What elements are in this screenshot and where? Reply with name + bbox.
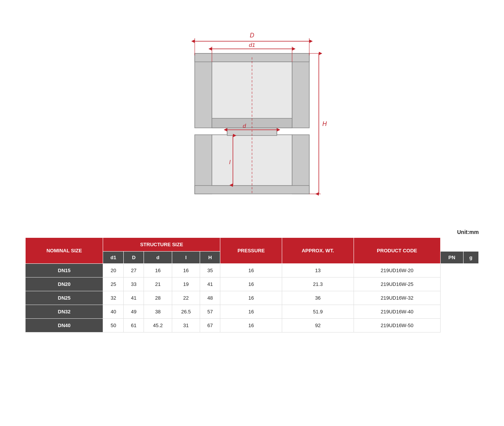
cell-d1: 50 [103,319,124,332]
cell-d: 21 [144,278,172,291]
cell-d: 16 [144,264,172,278]
cell-l: 16 [172,264,200,278]
cell-dn: DN15 [26,264,103,278]
cell-code: 219UD16W-50 [354,319,440,332]
cell-D: 49 [124,305,144,319]
cell-l: 19 [172,278,200,291]
cell-code: 219UD16W-32 [354,291,440,305]
table-row: DN2532412822481636219UD16W-32 [26,291,479,305]
cell-d1: 20 [103,264,124,278]
cell-dn: DN25 [26,291,103,305]
cell-pn: 16 [220,319,282,332]
th-nominal-size: NOMINAL SIZE [26,238,103,264]
th-H: H [200,252,220,264]
svg-rect-1 [292,53,309,128]
diagram-area: D d1 d l H [0,0,504,221]
cell-g: 92 [282,319,354,332]
d-inner-label: d [243,123,246,129]
th-D: D [124,252,144,264]
cell-d: 45.2 [144,319,172,332]
cell-pn: 16 [220,264,282,278]
cell-H: 41 [200,278,220,291]
table-row: DN2025332119411621.3219UD16W-25 [26,278,479,291]
cell-D: 41 [124,291,144,305]
cell-l: 26.5 [172,305,200,319]
cell-code: 219UD16W-20 [354,264,440,278]
th-product-code: PRODUCT CODE [354,238,440,264]
cell-l: 22 [172,291,200,305]
table-row: DN1520271616351613219UD16W-20 [26,264,479,278]
th-d: d [144,252,172,264]
cell-g: 13 [282,264,354,278]
technical-diagram: D d1 d l H [172,15,332,210]
cell-H: 57 [200,305,220,319]
cell-dn: DN20 [26,278,103,291]
th-g: g [463,252,478,264]
unit-label: Unit:mm [25,229,479,235]
cell-d1: 32 [103,291,124,305]
svg-rect-3 [212,62,292,128]
cell-dn: DN40 [26,319,103,332]
cell-g: 51.9 [282,305,354,319]
cell-H: 48 [200,291,220,305]
cell-l: 31 [172,319,200,332]
cell-d: 38 [144,305,172,319]
th-pn: PN [441,252,464,264]
cell-d1: 40 [103,305,124,319]
svg-rect-7 [292,135,309,194]
cell-pn: 16 [220,291,282,305]
cell-D: 33 [124,278,144,291]
d-label: D [250,32,254,39]
cell-d: 28 [144,291,172,305]
cell-g: 36 [282,291,354,305]
table-row: DN3240493826.5571651.9219UD16W-40 [26,305,479,319]
cell-pn: 16 [220,278,282,291]
cell-D: 27 [124,264,144,278]
cell-g: 21.3 [282,278,354,291]
svg-rect-0 [195,53,212,128]
cell-code: 219UD16W-40 [354,305,440,319]
table-row: DN40506145.231671692219UD16W-50 [26,319,479,332]
svg-rect-6 [195,135,212,194]
th-d1: d1 [103,252,124,264]
cell-pn: 16 [220,305,282,319]
cell-D: 61 [124,319,144,332]
specs-table: NOMINAL SIZE STRUCTURE SIZE PRESSURE APP… [25,237,479,332]
th-structure-size: STRUCTURE SIZE [103,238,220,252]
cell-H: 35 [200,264,220,278]
cell-dn: DN32 [26,305,103,319]
cell-H: 67 [200,319,220,332]
cell-code: 219UD16W-25 [354,278,440,291]
h-label: H [322,121,327,127]
cell-d1: 25 [103,278,124,291]
d1-label: d1 [249,42,255,48]
table-section: Unit:mm NOMINAL SIZE STRUCTURE SIZE PRES… [25,229,479,332]
th-l: l [172,252,200,264]
th-pressure: PRESSURE [220,238,282,264]
th-approx-wt: APPROX. WT. [282,238,354,264]
